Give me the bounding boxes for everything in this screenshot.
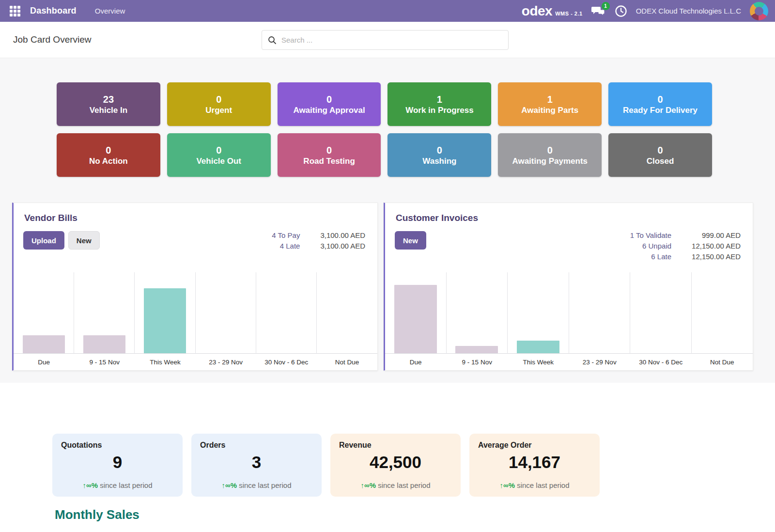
chart-column: Due [14, 272, 74, 370]
stat-to-pay[interactable]: 4 To Pay [272, 231, 300, 239]
tile-awaiting-payments[interactable]: 0 Awaiting Payments [498, 133, 602, 177]
stat-late[interactable]: 6 Late [630, 252, 671, 261]
chart-bar[interactable] [455, 346, 498, 353]
chart-column: 30 Nov - 6 Dec [256, 272, 317, 370]
dashboard-body: 23 Vehicle In 0 Urgent 0 Awaiting Approv… [0, 58, 775, 383]
chart-column: 9 - 15 Nov [74, 272, 135, 370]
trend-up-infinity-icon: ↑∞% [360, 481, 376, 489]
nav-item-overview[interactable]: Overview [95, 7, 125, 15]
stat-to-pay-amount: 3,100.00 AED [320, 231, 365, 239]
chart-category-label: 9 - 15 Nov [447, 354, 508, 370]
tile-label: Washing [422, 156, 456, 166]
tile-count: 23 [103, 93, 114, 106]
search-icon [268, 36, 277, 45]
odex-logo: odex WMS - 2.1 [522, 3, 583, 19]
tile-label: No Action [89, 156, 128, 166]
vendor-bills-chart: Due9 - 15 NovThis Week23 - 29 Nov30 Nov … [14, 272, 377, 370]
tile-count: 1 [437, 93, 442, 106]
stat-late-amount: 3,100.00 AED [320, 242, 365, 250]
tile-vehicle-out[interactable]: 0 Vehicle Out [167, 133, 271, 177]
tile-count: 0 [216, 93, 221, 106]
new-invoice-button[interactable]: New [395, 231, 426, 250]
tile-label: Road Testing [303, 156, 355, 166]
tile-ready-for-delivery[interactable]: 0 Ready For Delivery [608, 82, 712, 126]
apps-grid-icon[interactable] [10, 6, 20, 16]
chart-category-label: 9 - 15 Nov [74, 354, 135, 370]
app-title[interactable]: Dashboard [30, 6, 77, 16]
search-box[interactable] [262, 30, 509, 50]
tile-washing[interactable]: 0 Washing [388, 133, 491, 177]
top-navbar: Dashboard Overview odex WMS - 2.1 1 ODEX… [0, 0, 775, 22]
kpi-orders[interactable]: Orders 3 ↑∞% since last period [191, 434, 322, 497]
stat-unpaid-amount: 12,150.00 AED [692, 242, 741, 250]
company-name[interactable]: ODEX Cloud Technologies L.L.C [636, 7, 741, 15]
status-tile-grid: 23 Vehicle In 0 Urgent 0 Awaiting Approv… [57, 82, 712, 177]
monthly-sales-heading: Monthly Sales [55, 507, 775, 522]
chart-category-label: 23 - 29 Nov [196, 354, 256, 370]
chart-category-label: This Week [508, 354, 569, 370]
kpi-label: Quotations [61, 441, 174, 450]
chart-category-label: Due [385, 354, 447, 370]
brand-version: WMS - 2.1 [555, 11, 582, 16]
tile-awaiting-approval[interactable]: 0 Awaiting Approval [278, 82, 381, 126]
vendor-bills-stats: 4 To Pay 3,100.00 AED 4 Late 3,100.00 AE… [272, 231, 365, 250]
page-title: Job Card Overview [13, 34, 92, 45]
trend-up-infinity-icon: ↑∞% [82, 481, 98, 489]
upload-button[interactable]: Upload [23, 231, 64, 250]
kpi-average-order[interactable]: Average Order 14,167 ↑∞% since last peri… [469, 434, 600, 497]
tile-work-in-progress[interactable]: 1 Work in Progress [388, 82, 491, 126]
chart-column: Due [385, 272, 447, 370]
stat-to-validate-amount: 999.00 AED [692, 231, 741, 239]
chart-column: This Week [135, 272, 195, 370]
vendor-bills-title[interactable]: Vendor Bills [24, 213, 377, 223]
chart-column: 23 - 29 Nov [196, 272, 256, 370]
tile-closed[interactable]: 0 Closed [608, 133, 712, 177]
unread-count-badge: 1 [602, 2, 610, 10]
tile-awaiting-parts[interactable]: 1 Awaiting Parts [498, 82, 602, 126]
tile-vehicle-in[interactable]: 23 Vehicle In [57, 82, 160, 126]
kpi-row: Quotations 9 ↑∞% since last period Order… [52, 434, 775, 497]
tile-urgent[interactable]: 0 Urgent [167, 82, 271, 126]
search-input[interactable] [281, 36, 502, 44]
new-bill-button[interactable]: New [68, 231, 100, 250]
stat-late[interactable]: 4 Late [272, 242, 300, 250]
user-avatar[interactable] [750, 2, 768, 20]
tile-count: 0 [658, 144, 663, 156]
stat-to-validate[interactable]: 1 To Validate [630, 231, 671, 239]
trend-up-infinity-icon: ↑∞% [221, 481, 237, 489]
chart-bar[interactable] [517, 341, 559, 353]
chart-bar[interactable] [394, 285, 437, 353]
chart-category-label: This Week [135, 354, 195, 370]
customer-invoices-stats: 1 To Validate 999.00 AED 6 Unpaid 12,150… [630, 231, 741, 261]
chart-column: 9 - 15 Nov [447, 272, 508, 370]
kpi-revenue[interactable]: Revenue 42,500 ↑∞% since last period [330, 434, 461, 497]
tile-label: Closed [647, 156, 674, 166]
kpi-trend-suffix: since last period [515, 481, 570, 489]
kpi-value: 42,500 [339, 453, 452, 472]
chart-column: Not Due [317, 272, 377, 370]
activities-button[interactable] [615, 5, 627, 17]
tile-count: 0 [326, 93, 332, 106]
tile-label: Ready For Delivery [623, 106, 698, 115]
kpi-value: 9 [61, 453, 174, 472]
chart-bar[interactable] [144, 288, 186, 353]
tile-label: Urgent [205, 106, 232, 115]
trend-up-infinity-icon: ↑∞% [499, 481, 515, 489]
tile-no-action[interactable]: 0 No Action [57, 133, 160, 177]
chart-column: This Week [508, 272, 569, 370]
stat-unpaid[interactable]: 6 Unpaid [630, 242, 671, 250]
kpi-value: 3 [200, 453, 313, 472]
messages-button[interactable]: 1 [591, 5, 606, 17]
tile-road-testing[interactable]: 0 Road Testing [278, 133, 381, 177]
kpi-trend-line: ↑∞% since last period [339, 481, 452, 489]
kpi-trend-line: ↑∞% since last period [61, 481, 174, 489]
customer-invoices-title[interactable]: Customer Invoices [396, 213, 753, 223]
kpi-value: 14,167 [478, 453, 591, 472]
kpi-quotations[interactable]: Quotations 9 ↑∞% since last period [52, 434, 183, 497]
customer-invoices-chart: Due9 - 15 NovThis Week23 - 29 Nov30 Nov … [385, 272, 753, 370]
tile-count: 0 [216, 144, 221, 156]
tile-label: Awaiting Payments [512, 156, 588, 166]
chart-bar[interactable] [83, 335, 125, 353]
tile-count: 0 [658, 93, 663, 106]
chart-bar[interactable] [23, 335, 65, 353]
